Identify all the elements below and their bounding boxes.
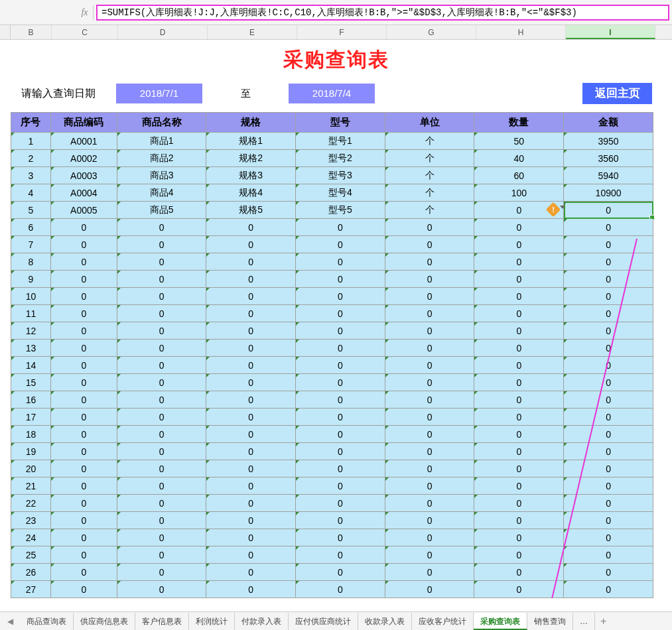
cell-n[interactable]: 14 bbox=[11, 357, 51, 374]
cell-name[interactable]: 0 bbox=[117, 322, 206, 340]
cell-code[interactable]: 0 bbox=[50, 340, 117, 357]
cell-unit[interactable]: 个 bbox=[385, 167, 474, 184]
cell-n[interactable]: 8 bbox=[11, 253, 51, 271]
cell-n[interactable]: 23 bbox=[11, 512, 51, 529]
cell-name[interactable]: 商品2 bbox=[117, 150, 206, 167]
cell-model[interactable]: 0 bbox=[296, 357, 385, 374]
cell-spec[interactable]: 0 bbox=[206, 495, 296, 512]
cell-model[interactable]: 0 bbox=[296, 288, 385, 305]
cell-unit[interactable]: 0 bbox=[385, 374, 474, 391]
cell-amt[interactable]: 0 bbox=[564, 253, 653, 271]
cell-spec[interactable]: 0 bbox=[206, 288, 296, 305]
cell-spec[interactable]: 0 bbox=[206, 305, 296, 322]
cell-n[interactable]: 20 bbox=[11, 460, 51, 477]
cell-name[interactable]: 0 bbox=[117, 271, 206, 288]
cell-amt[interactable]: 0 bbox=[564, 357, 653, 374]
cell-n[interactable]: 17 bbox=[11, 409, 51, 426]
cell-model[interactable]: 型号4 bbox=[296, 184, 385, 202]
cell-unit[interactable]: 0 bbox=[385, 271, 474, 288]
cell-amt[interactable]: 0 bbox=[564, 581, 653, 598]
cell-name[interactable]: 0 bbox=[117, 391, 206, 409]
col-header-B[interactable]: B bbox=[11, 25, 52, 39]
cell-spec[interactable]: 0 bbox=[206, 271, 296, 288]
cell-amt[interactable]: 0 bbox=[564, 236, 653, 253]
cell-spec[interactable]: 0 bbox=[206, 374, 296, 391]
cell-spec[interactable]: 规格1 bbox=[206, 133, 296, 150]
col-header-H[interactable]: H bbox=[476, 25, 566, 39]
cell-qty[interactable]: 0 bbox=[474, 391, 564, 409]
cell-qty[interactable]: 50 bbox=[474, 133, 564, 150]
cell-model[interactable]: 0 bbox=[296, 305, 385, 322]
cell-name[interactable]: 商品1 bbox=[117, 133, 206, 150]
cell-model[interactable]: 0 bbox=[296, 477, 385, 495]
cell-qty[interactable]: 0 bbox=[474, 409, 564, 426]
cell-name[interactable]: 0 bbox=[117, 409, 206, 426]
cell-spec[interactable]: 规格3 bbox=[206, 167, 296, 184]
cell-name[interactable]: 0 bbox=[117, 546, 206, 564]
cell-model[interactable]: 0 bbox=[296, 460, 385, 477]
cell-unit[interactable]: 0 bbox=[385, 305, 474, 322]
cell-model[interactable]: 0 bbox=[296, 546, 385, 564]
cell-unit[interactable]: 0 bbox=[385, 443, 474, 460]
cell-n[interactable]: 1 bbox=[11, 133, 51, 150]
cell-unit[interactable]: 0 bbox=[385, 495, 474, 512]
cell-name[interactable]: 0 bbox=[117, 529, 206, 546]
cell-name[interactable]: 0 bbox=[117, 477, 206, 495]
cell-model[interactable]: 0 bbox=[296, 391, 385, 409]
col-header-I[interactable]: I bbox=[566, 25, 655, 39]
cell-unit[interactable]: 0 bbox=[385, 529, 474, 546]
cell-qty[interactable]: 0 bbox=[474, 564, 564, 581]
cell-name[interactable]: 0 bbox=[117, 374, 206, 391]
cell-n[interactable]: 22 bbox=[11, 495, 51, 512]
cell-spec[interactable]: 0 bbox=[206, 443, 296, 460]
cell-spec[interactable]: 0 bbox=[206, 357, 296, 374]
cell-qty[interactable]: 0 bbox=[474, 460, 564, 477]
cell-name[interactable]: 0 bbox=[117, 236, 206, 253]
cell-spec[interactable]: 0 bbox=[206, 529, 296, 546]
cell-name[interactable]: 商品4 bbox=[117, 184, 206, 202]
cell-unit[interactable]: 个 bbox=[385, 184, 474, 202]
table-header-cell[interactable]: 数量 bbox=[474, 113, 564, 133]
cell-code[interactable]: 0 bbox=[50, 219, 117, 236]
cell-amt[interactable]: 0 bbox=[564, 219, 653, 236]
warning-dropdown-icon[interactable] bbox=[560, 206, 565, 209]
cell-name[interactable]: 0 bbox=[117, 512, 206, 529]
cell-model[interactable]: 0 bbox=[296, 271, 385, 288]
cell-qty[interactable]: 0 bbox=[474, 288, 564, 305]
cell-name[interactable]: 商品5 bbox=[117, 202, 206, 219]
cell-amt[interactable]: 0 bbox=[564, 322, 653, 340]
cell-spec[interactable]: 0 bbox=[206, 322, 296, 340]
cell-code[interactable]: 0 bbox=[50, 253, 117, 271]
date-from-button[interactable]: 2018/7/1 bbox=[116, 84, 202, 103]
cell-n[interactable]: 9 bbox=[11, 271, 51, 288]
cell-amt[interactable]: 3560 bbox=[564, 150, 653, 167]
cell-code[interactable]: 0 bbox=[50, 357, 117, 374]
cell-spec[interactable]: 0 bbox=[206, 512, 296, 529]
cell-model[interactable]: 0 bbox=[296, 340, 385, 357]
cell-n[interactable]: 3 bbox=[11, 167, 51, 184]
cell-unit[interactable]: 0 bbox=[385, 357, 474, 374]
cell-unit[interactable]: 0 bbox=[385, 460, 474, 477]
cell-unit[interactable]: 0 bbox=[385, 512, 474, 529]
cell-qty[interactable]: 0 bbox=[474, 305, 564, 322]
cell-model[interactable]: 0 bbox=[296, 564, 385, 581]
cell-amt[interactable]: 0 bbox=[564, 374, 653, 391]
cell-amt[interactable]: 0! bbox=[564, 202, 653, 219]
col-header-D[interactable]: D bbox=[118, 25, 208, 39]
cell-spec[interactable]: 0 bbox=[206, 546, 296, 564]
cell-qty[interactable]: 0 bbox=[474, 340, 564, 357]
col-header-E[interactable]: E bbox=[208, 25, 297, 39]
cell-qty[interactable]: 0 bbox=[474, 477, 564, 495]
cell-spec[interactable]: 0 bbox=[206, 581, 296, 598]
cell-unit[interactable]: 0 bbox=[385, 426, 474, 443]
cell-code[interactable]: A0003 bbox=[50, 167, 117, 184]
cell-spec[interactable]: 0 bbox=[206, 426, 296, 443]
cell-model[interactable]: 型号5 bbox=[296, 202, 385, 219]
table-header-cell[interactable]: 单位 bbox=[385, 113, 474, 133]
cell-amt[interactable]: 0 bbox=[564, 305, 653, 322]
cell-code[interactable]: 0 bbox=[50, 495, 117, 512]
cell-model[interactable]: 0 bbox=[296, 409, 385, 426]
cell-model[interactable]: 0 bbox=[296, 443, 385, 460]
table-header-cell[interactable]: 序号 bbox=[11, 113, 51, 133]
cell-unit[interactable]: 0 bbox=[385, 219, 474, 236]
